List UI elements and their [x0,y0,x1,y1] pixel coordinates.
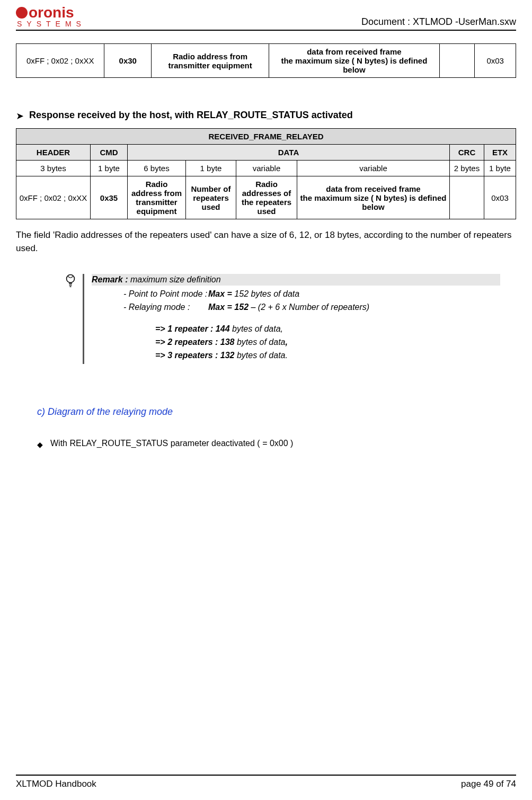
val-num-repeaters: Number of repeaters used [186,176,236,219]
cell-etx-value: 0x03 [475,44,516,78]
remark-relay-rest: – (2 + 6 x Number of repeaters) [251,303,370,312]
with-relay-text: With RELAY_ROUTE_STATUS parameter deacti… [50,439,293,448]
footer-left: XLTMOD Handbook [16,779,96,789]
size-d3: variable [236,161,297,176]
val-repeater-addrs: Radio addresses of the repeaters used [236,176,297,219]
cell-crc-empty [439,44,475,78]
logo-subtext: SYSTEMS [17,20,86,28]
remark-p2p-label: - Point to Point mode : [92,288,208,301]
remark-p2p-max: Max = [208,289,234,298]
logo-text: oronis [29,5,74,20]
remark-label: Remark : [92,275,128,284]
arrow-icon: ➤ [16,110,24,123]
size-etx: 1 byte [484,161,516,176]
with-relay-deactivated: ◆ With RELAY_ROUTE_STATUS parameter deac… [37,439,516,449]
remark-2rep-c: , [286,337,288,346]
val-radio-addr: Radio address from transmitter equipment [128,176,186,219]
size-d2: 1 byte [186,161,236,176]
footer-right: page 49 of 74 [461,779,516,789]
remark-block: Remark : maximum size definition - Point… [58,274,500,364]
size-crc: 2 bytes [450,161,484,176]
remark-p2p-rest: 152 bytes of data [234,289,299,298]
col-header: HEADER [16,145,91,161]
col-data: DATA [128,145,450,161]
body-paragraph: The field 'Radio addresses of the repeat… [16,229,516,255]
remark-relay-label: - Relaying mode : [92,301,208,314]
size-header: 3 bytes [16,161,91,176]
remark-2rep-b: => 2 repeaters : 138 [155,337,237,346]
val-data-desc: data from received frame the maximum siz… [297,176,450,219]
col-crc: CRC [450,145,484,161]
remark-3rep-r: bytes of data. [237,351,288,360]
size-d1: 6 bytes [128,161,186,176]
table-received-frame-continuation: 0xFF ; 0x02 ; 0xXX 0x30 Radio address fr… [16,43,516,78]
remark-title: Remark : maximum size definition [92,274,500,286]
val-crc [450,176,484,219]
table-title: RECEIVED_FRAME_RELAYED [16,129,516,145]
logo: oronis SYSTEMS [16,5,86,28]
page-footer: XLTMOD Handbook page 49 of 74 [16,775,516,789]
remark-title-rest: maximum size definition [128,275,220,284]
val-etx: 0x03 [484,176,516,219]
val-cmd: 0x35 [91,176,128,219]
cell-data-desc: data from received frame the maximum siz… [269,44,440,78]
col-etx: ETX [484,145,516,161]
remark-2rep-r: bytes of data [237,337,286,346]
logo-dot-icon [16,7,28,19]
remark-relay-max: Max = 152 [208,303,251,312]
diamond-icon: ◆ [37,440,43,449]
val-header: 0xFF ; 0x02 ; 0xXX [16,176,91,219]
svg-point-0 [67,275,75,283]
document-title: Document : XTLMOD -UserMan.sxw [361,16,516,28]
table-received-frame-relayed: RECEIVED_FRAME_RELAYED HEADER CMD DATA C… [16,128,516,219]
cell-radio-address: Radio address from transmitter equipment [152,44,269,78]
cell-cmd-value: 0x30 [104,44,152,78]
remark-1rep-b: => 1 repeater : 144 [155,324,232,333]
page-header: oronis SYSTEMS Document : XTLMOD -UserMa… [16,0,516,31]
subsection-c-heading: c) Diagram of the relaying mode [37,406,516,417]
section-title: Response received by the host, with RELA… [29,110,353,121]
section-response-relayed: ➤ Response received by the host, with RE… [16,110,516,123]
col-cmd: CMD [91,145,128,161]
remark-1rep-r: bytes of data, [232,324,283,333]
remark-3rep-b: => 3 repeaters : 132 [155,351,237,360]
lightbulb-icon [58,274,83,290]
cell-header-value: 0xFF ; 0x02 ; 0xXX [16,44,104,78]
size-d4: variable [297,161,450,176]
size-cmd: 1 byte [91,161,128,176]
